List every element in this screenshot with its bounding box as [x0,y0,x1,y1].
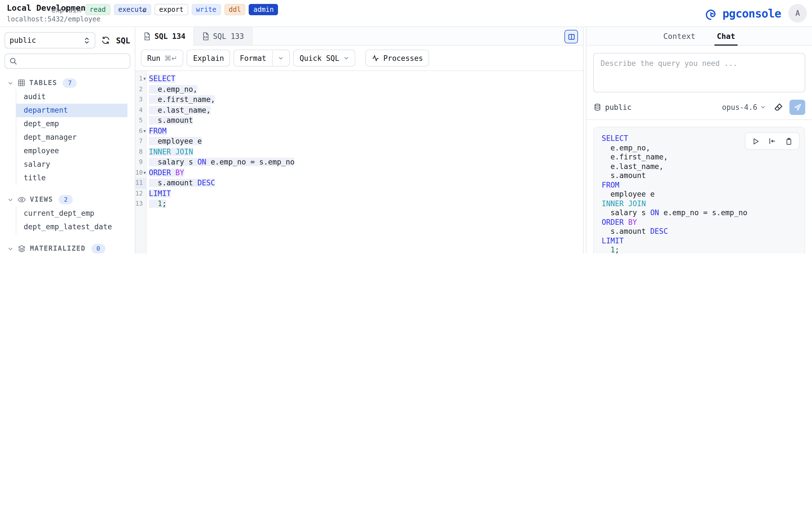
editor-line: 6▼FROM [135,126,583,136]
send-button[interactable] [790,100,805,115]
user-avatar[interactable]: A [788,4,807,22]
tab-chat[interactable]: Chat [714,27,737,46]
line-number: 10 [135,168,143,178]
schema-select[interactable]: public [4,32,95,48]
line-number: 9 [139,157,143,168]
editor-line: 1▼SELECT [135,74,583,84]
clear-chat-icon[interactable] [774,102,783,112]
processes-label: Processes [383,54,423,62]
chat-code-line: salary s ON e.emp_no = s.emp_no [602,209,797,218]
code-tokens: ORDER BY [149,168,184,177]
sidebar-item-title[interactable]: title [16,171,128,185]
insert-into-editor-icon[interactable] [768,137,776,145]
sidebar-item-dept_emp[interactable]: dept_emp [16,117,128,131]
processes-button[interactable]: Processes [365,50,429,66]
sidebar-search-input[interactable] [4,54,130,69]
token-id [624,218,628,226]
split-view-button[interactable] [564,30,578,43]
token-kw: SELECT [602,134,628,143]
code-text: e.emp_no, [147,84,197,95]
run-label: Run [147,54,160,62]
code-text: s.amount DESC [147,178,215,188]
schema-context-chip[interactable]: public [593,103,631,111]
chat-code-line: LIMIT [602,236,797,245]
sidebar-item-employee[interactable]: employee [16,144,128,158]
fold-arrow-icon[interactable]: ▼ [143,168,147,178]
permission-explain: explain [51,5,81,14]
quick-sql-label: Quick SQL [299,54,339,62]
code-tokens: e.first_name, [149,95,215,104]
code-text: e.first_name, [147,95,215,105]
fold-arrow-icon[interactable]: ▼ [143,126,147,136]
sidebar-item-dept_emp_latest_date[interactable]: dept_emp_latest_date [16,220,128,234]
run-suggestion-icon[interactable] [752,137,760,145]
code-text: s.amount [147,115,193,126]
copy-code-icon[interactable] [785,137,793,145]
sidebar-item-department[interactable]: department [16,104,128,117]
editor-tab-sql-133[interactable]: SQL 133 [194,27,253,45]
sidebar-item-salary[interactable]: salary [16,158,128,171]
line-number: 3 [139,95,143,105]
run-button[interactable]: Run ⌘↵ [141,50,184,66]
query-prompt-input[interactable] [593,53,805,93]
topbar-right: pgconsole A [705,4,807,22]
quick-sql-chevron-icon [343,55,349,61]
gutter-line-number: 6▼ [135,126,147,136]
line-number: 7 [139,136,143,147]
pgconsole-elephant-icon [705,6,720,21]
tab-context[interactable]: Context [661,27,698,46]
section-header-views[interactable]: VIEWS2 [0,193,135,206]
editor-tab-sql-134[interactable]: SQL 134 [135,27,194,46]
gutter-line-number: 3 [135,95,147,105]
format-button[interactable]: Format [234,50,290,66]
sql-editor[interactable]: 1▼SELECT2 e.emp_no,3 e.first_name,4 e.la… [135,71,583,253]
fold-arrow-icon[interactable]: ▼ [143,74,147,84]
chevron-down-icon [7,196,13,203]
token-id: e.last_name, [602,162,663,170]
gutter-line-number: 13 [135,199,147,209]
button-divider [272,50,273,66]
code-text: INNER JOIN [147,147,193,157]
section-header-tables[interactable]: TABLES7 [0,76,135,90]
section-header-materialized[interactable]: MATERIALIZED0 [0,242,135,253]
quick-sql-button[interactable]: Quick SQL [293,50,355,66]
line-number: 12 [135,188,143,199]
token-id: ; [615,245,619,253]
tab-label: SQL 134 [154,32,186,41]
gutter-line-number: 10▼ [135,168,147,178]
refresh-icon[interactable] [101,36,110,45]
connection-topbar: Local Development localhost:5432/employe… [0,0,812,27]
sidebar-item-audit[interactable]: audit [16,90,128,104]
editor-line: 4 e.last_name, [135,105,583,115]
sql-mode-label[interactable]: SQL [116,36,130,45]
sidebar-item-current_dept_emp[interactable]: current_dept_emp [16,207,128,220]
chat-code-line: 1; [602,245,797,253]
sidebar-section-tables: TABLES7auditdepartmentdept_empdept_manag… [0,76,135,185]
token-id: e.emp_no = s.emp_no [206,158,295,166]
connection-menu-chevron-icon[interactable] [141,8,147,14]
token-id: e.last_name, [149,106,211,114]
token-kw: SELECT [149,74,175,83]
sidebar-controls: public SQL [4,32,130,48]
app-window: Local Development localhost:5432/employe… [0,0,812,253]
sidebar-item-dept_manager[interactable]: dept_manager [16,131,128,144]
assistant-sql-message: SELECT e.emp_no, e.first_name, e.last_na… [593,127,805,253]
explain-button[interactable]: Explain [187,50,231,66]
code-tokens: FROM [149,126,167,135]
section-count-badge: 0 [91,244,105,253]
connection-host: localhost:5432/employee [7,15,100,23]
line-number: 2 [139,84,143,95]
editor-line: 2 e.emp_no, [135,84,583,95]
section-count-badge: 7 [63,78,77,88]
gutter-line-number: 5 [135,115,147,126]
gutter-line-number: 1▼ [135,74,147,84]
assistant-sql-code: SELECT e.emp_no, e.first_name, e.last_na… [602,134,797,253]
chat-code-line: ORDER BY [602,218,797,227]
model-selector[interactable]: opus-4.6 [722,103,766,111]
format-chevron-icon[interactable] [278,55,284,61]
token-kw: ORDER [602,218,624,226]
token-num: 1 [158,200,162,208]
code-tokens: employee e [149,137,202,145]
editor-line: 11 s.amount DESC [135,178,583,188]
token-kw: ON [197,158,206,166]
